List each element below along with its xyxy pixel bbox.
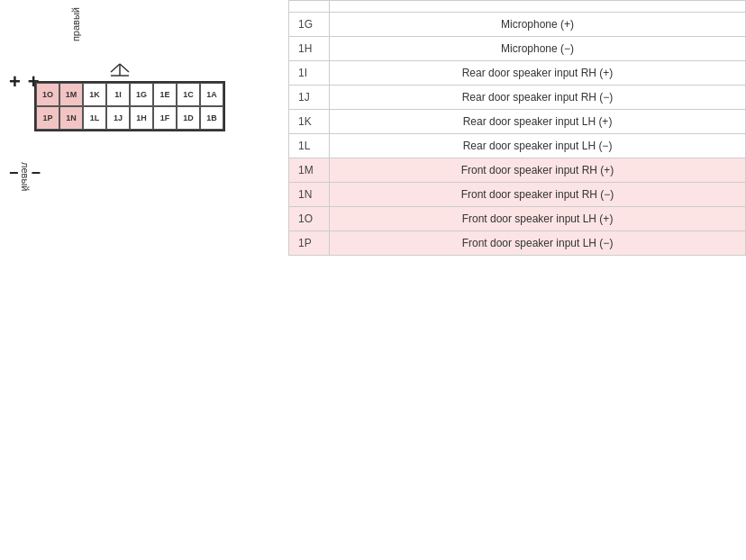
pin-cell: 1J [289,86,330,110]
minus-sign-2: − [32,164,41,183]
table-row: 1N Front door speaker input RH (−) [289,183,746,207]
svg-line-2 [120,64,129,72]
table-row: 1O Front door speaker input LH (+) [289,207,746,231]
plus-sign-1: + [9,70,21,94]
pin-cell [289,1,330,13]
desc-cell: Rear door speaker input LH (+) [330,110,746,134]
cell-1G: 1G [130,83,153,106]
pin-cell: 1O [289,207,330,231]
table-row: 1P Front door speaker input LH (−) [289,231,746,256]
cell-1J: 1J [106,106,130,130]
table-row: 1G Microphone (+) [289,13,746,37]
pin-cell: 1P [289,231,330,256]
desc-cell: Front door speaker input LH (+) [330,207,746,231]
desc-cell: Rear door speaker input LH (−) [330,134,746,158]
pin-cell: 1K [289,110,330,134]
cell-1L: 1L [83,106,106,130]
pravyi-label: правый [70,7,81,41]
desc-cell: Front door speaker input LH (−) [330,231,746,256]
cell-1D: 1D [177,106,200,130]
table-row: 1M Front door speaker input RH (+) [289,158,746,183]
table-row: 1I Rear door speaker input RH (+) [289,61,746,86]
pin-cell: 1N [289,183,330,207]
cell-1F: 1F [153,106,177,130]
table-row: 1J Rear door speaker input RH (−) [289,86,746,110]
pin-cell: 1M [289,158,330,183]
cell-1P: 1P [36,106,59,130]
diagram-section: правый левый + + 1O 1M 1K 1I 1G 1E 1C 1A… [0,0,288,560]
desc-cell: Rear door speaker input RH (+) [330,61,746,86]
pin-cell: 1H [289,37,330,61]
minus-signs: − − [9,164,41,183]
svg-line-1 [111,64,120,72]
cell-1H: 1H [130,106,153,130]
desc-cell [330,1,746,13]
table-row: 1K Rear door speaker input LH (+) [289,110,746,134]
minus-sign-1: − [9,164,19,183]
cell-1K: 1K [83,83,106,106]
pin-cell: 1G [289,13,330,37]
table-section: 1G Microphone (+) 1H Microphone (−) 1I R… [288,0,746,560]
cell-1M: 1M [59,83,83,106]
cell-1A: 1A [200,83,223,106]
cell-1B: 1B [200,106,223,130]
cell-1E: 1E [153,83,177,106]
desc-cell: Microphone (−) [330,37,746,61]
antenna-symbol [106,59,133,82]
connector-row-top: 1O 1M 1K 1I 1G 1E 1C 1A [36,83,223,106]
cell-1N: 1N [59,106,83,130]
table-row [289,1,746,13]
pin-cell: 1L [289,134,330,158]
pin-cell: 1I [289,61,330,86]
desc-cell: Microphone (+) [330,13,746,37]
cell-1I: 1I [106,83,130,106]
pin-table: 1G Microphone (+) 1H Microphone (−) 1I R… [288,0,746,256]
connector-row-bottom: 1P 1N 1L 1J 1H 1F 1D 1B [36,106,223,130]
cell-1O: 1O [36,83,59,106]
table-row: 1H Microphone (−) [289,37,746,61]
table-row: 1L Rear door speaker input LH (−) [289,134,746,158]
desc-cell: Front door speaker input RH (−) [330,183,746,207]
connector-box: 1O 1M 1K 1I 1G 1E 1C 1A 1P 1N 1L 1J 1H 1… [34,81,225,131]
cell-1C: 1C [177,83,200,106]
desc-cell: Front door speaker input RH (+) [330,158,746,183]
desc-cell: Rear door speaker input RH (−) [330,86,746,110]
